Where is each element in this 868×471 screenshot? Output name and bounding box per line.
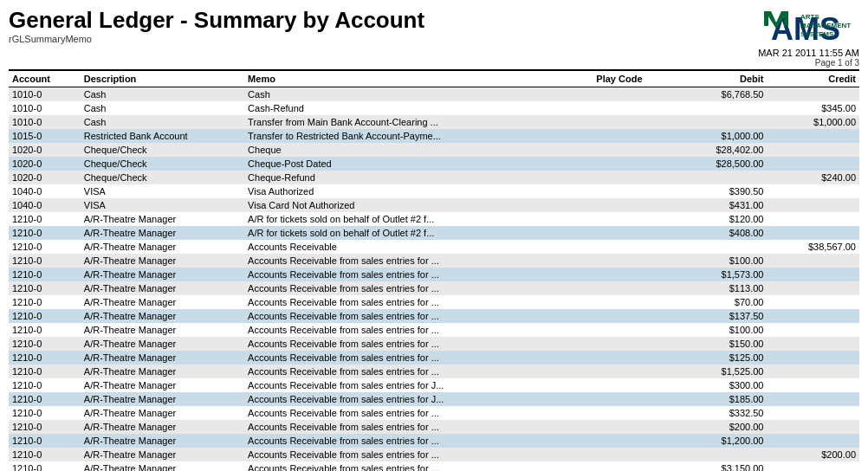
cell-memo: Accounts Receivable from sales entries f… <box>244 254 593 268</box>
col-header-memo: Memo <box>244 70 593 87</box>
table-row: 1210-0A/R-Theatre ManagerAccounts Receiv… <box>9 323 859 337</box>
cell-memo: Accounts Receivable <box>244 240 593 254</box>
cell-memo: Cash <box>244 87 593 102</box>
cell-account: 1010-0 <box>9 115 81 129</box>
cell-memo: Accounts Receivable from sales entries f… <box>244 434 593 448</box>
cell-account: 1040-0 <box>9 184 81 198</box>
table-row: 1210-0A/R-Theatre ManagerAccounts Receiv… <box>9 295 859 309</box>
table-row: 1210-0A/R-Theatre ManagerAccounts Receiv… <box>9 406 859 420</box>
cell-description: A/R-Theatre Manager <box>81 295 244 309</box>
cell-debit: $1,200.00 <box>675 434 767 448</box>
cell-debit: $100.00 <box>675 254 767 268</box>
cell-account: 1210-0 <box>9 420 81 434</box>
cell-play-code <box>593 323 675 337</box>
col-header-debit: Debit <box>675 70 767 87</box>
cell-description: VISA <box>81 198 244 212</box>
cell-play-code <box>593 448 675 461</box>
cell-debit: $70.00 <box>675 295 767 309</box>
cell-account: 1210-0 <box>9 406 81 420</box>
cell-debit: $1,525.00 <box>675 365 767 378</box>
cell-description: A/R-Theatre Manager <box>81 448 244 461</box>
cell-memo: Accounts Receivable from sales entries f… <box>244 351 593 365</box>
table-row: 1040-0VISAVisa Card Not Authorized$431.0… <box>9 198 859 212</box>
cell-play-code <box>593 171 675 184</box>
report-subtitle: rGLSummaryMemo <box>9 34 424 44</box>
cell-credit <box>767 295 859 309</box>
cell-account: 1210-0 <box>9 309 81 323</box>
cell-play-code <box>593 115 675 129</box>
cell-credit: $200.00 <box>767 448 859 461</box>
cell-credit <box>767 268 859 281</box>
table-row: 1020-0Cheque/CheckCheque-Post Dated$28,5… <box>9 157 859 171</box>
cell-memo: Visa Card Not Authorized <box>244 198 593 212</box>
col-header-credit: Credit <box>767 70 859 87</box>
cell-credit: $240.00 <box>767 171 859 184</box>
cell-description: A/R-Theatre Manager <box>81 406 244 420</box>
cell-play-code <box>593 268 675 281</box>
cell-play-code <box>593 226 675 240</box>
cell-credit <box>767 337 859 351</box>
cell-credit <box>767 184 859 198</box>
table-row: 1210-0A/R-Theatre ManagerAccounts Receiv… <box>9 309 859 323</box>
report-title: General Ledger - Summary by Account <box>9 7 424 34</box>
cell-credit <box>767 157 859 171</box>
table-header-row: Account Description Memo Play Code Debit… <box>9 70 859 87</box>
cell-account: 1210-0 <box>9 226 81 240</box>
cell-play-code <box>593 198 675 212</box>
cell-account: 1040-0 <box>9 198 81 212</box>
cell-debit <box>675 448 767 461</box>
table-row: 1210-0A/R-Theatre ManagerAccounts Receiv… <box>9 351 859 365</box>
cell-credit <box>767 434 859 448</box>
cell-play-code <box>593 365 675 378</box>
table-row: 1210-0A/R-Theatre ManagerA/R for tickets… <box>9 212 859 226</box>
cell-account: 1210-0 <box>9 212 81 226</box>
cell-account: 1210-0 <box>9 254 81 268</box>
table-row: 1210-0A/R-Theatre ManagerAccounts Receiv… <box>9 268 859 281</box>
cell-debit: $1,000.00 <box>675 129 767 143</box>
page-header: General Ledger - Summary by Account rGLS… <box>0 0 868 69</box>
cell-play-code <box>593 337 675 351</box>
cell-account: 1015-0 <box>9 129 81 143</box>
cell-memo: Transfer to Restricted Bank Account-Paym… <box>244 129 593 143</box>
cell-credit <box>767 392 859 406</box>
cell-debit: $1,573.00 <box>675 268 767 281</box>
cell-account: 1210-0 <box>9 448 81 461</box>
cell-play-code <box>593 378 675 392</box>
cell-credit <box>767 365 859 378</box>
cell-credit <box>767 420 859 434</box>
cell-account: 1210-0 <box>9 378 81 392</box>
col-header-account: Account <box>9 70 81 87</box>
table-row: 1010-0CashCash$6,768.50 <box>9 87 859 102</box>
cell-description: A/R-Theatre Manager <box>81 212 244 226</box>
cell-description: A/R-Theatre Manager <box>81 268 244 281</box>
table-row: 1210-0A/R-Theatre ManagerAccounts Receiv… <box>9 337 859 351</box>
col-header-description: Description <box>81 70 244 87</box>
cell-debit: $137.50 <box>675 309 767 323</box>
cell-description: A/R-Theatre Manager <box>81 351 244 365</box>
cell-debit: $125.00 <box>675 351 767 365</box>
svg-text:ARTS: ARTS <box>800 13 819 21</box>
cell-account: 1020-0 <box>9 143 81 157</box>
cell-account: 1210-0 <box>9 392 81 406</box>
cell-play-code <box>593 129 675 143</box>
cell-credit <box>767 323 859 337</box>
cell-memo: A/R for tickets sold on behalf of Outlet… <box>244 226 593 240</box>
ledger-table: Account Description Memo Play Code Debit… <box>9 69 859 471</box>
table-row: 1015-0Restricted Bank AccountTransfer to… <box>9 129 859 143</box>
table-row: 1210-0A/R-Theatre ManagerA/R for tickets… <box>9 226 859 240</box>
cell-debit: $200.00 <box>675 420 767 434</box>
cell-play-code <box>593 254 675 268</box>
cell-account: 1210-0 <box>9 240 81 254</box>
cell-account: 1010-0 <box>9 87 81 102</box>
table-row: 1210-0A/R-Theatre ManagerAccounts Receiv… <box>9 461 859 471</box>
cell-account: 1210-0 <box>9 337 81 351</box>
table-row: 1010-0CashCash-Refund$345.00 <box>9 101 859 115</box>
cell-play-code <box>593 461 675 471</box>
cell-credit <box>767 212 859 226</box>
cell-play-code <box>593 281 675 295</box>
cell-debit: $390.50 <box>675 184 767 198</box>
cell-memo: Accounts Receivable from sales entries f… <box>244 268 593 281</box>
svg-text:MANAGEMENT: MANAGEMENT <box>800 22 851 29</box>
cell-memo: Accounts Receivable from sales entries f… <box>244 420 593 434</box>
cell-credit <box>767 378 859 392</box>
